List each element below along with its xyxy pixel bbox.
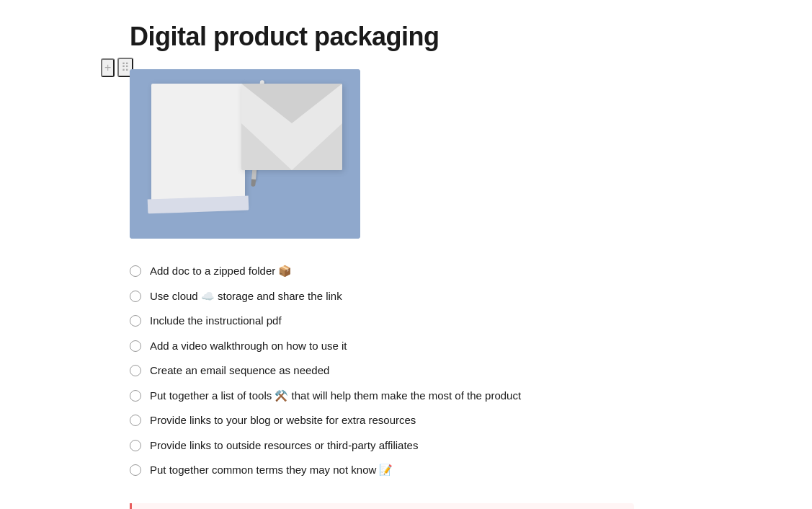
checklist-item-5: Create an email sequence as needed [130, 358, 769, 384]
checklist-item-1: Add doc to a zipped folder 📦 [130, 259, 769, 284]
page-container: Digital product packaging + ⠿ Add doc to… [0, 0, 812, 509]
checklist-item-9: Put together common terms they may not k… [130, 458, 769, 483]
callout-block: Don't forget to take feedback from custo… [130, 503, 634, 510]
checklist-label-1: Add doc to a zipped folder 📦 [150, 263, 292, 280]
checklist-item-3: Include the instructional pdf [130, 309, 769, 334]
checklist-label-9: Put together common terms they may not k… [150, 462, 393, 479]
checklist-checkbox-1[interactable] [130, 265, 141, 277]
checklist: Add doc to a zipped folder 📦 Use cloud ☁… [130, 259, 769, 483]
hero-image [130, 69, 360, 239]
checklist-checkbox-4[interactable] [130, 340, 141, 352]
checklist-checkbox-3[interactable] [130, 315, 141, 327]
block-controls: + ⠿ [101, 58, 133, 77]
hero-document [151, 84, 245, 206]
checklist-item-8: Provide links to outside resources or th… [130, 433, 769, 459]
checklist-checkbox-5[interactable] [130, 365, 141, 376]
checklist-label-5: Create an email sequence as needed [150, 363, 329, 379]
page-title: Digital product packaging [130, 22, 769, 52]
checklist-label-7: Provide links to your blog or website fo… [150, 412, 416, 429]
checklist-checkbox-8[interactable] [130, 440, 141, 451]
checklist-checkbox-6[interactable] [130, 390, 141, 402]
checklist-item-6: Put together a list of tools ⚒️ that wil… [130, 384, 769, 409]
hero-envelope [241, 84, 342, 170]
checklist-label-6: Put together a list of tools ⚒️ that wil… [150, 388, 521, 404]
checklist-label-3: Include the instructional pdf [150, 313, 282, 329]
checklist-checkbox-9[interactable] [130, 464, 141, 476]
add-block-button[interactable]: + [101, 58, 115, 77]
hero-art [130, 69, 360, 239]
checklist-item-7: Provide links to your blog or website fo… [130, 408, 769, 433]
checklist-item-4: Add a video walkthrough on how to use it [130, 334, 769, 359]
checklist-label-2: Use cloud ☁️ storage and share the link [150, 288, 342, 305]
checklist-label-8: Provide links to outside resources or th… [150, 438, 418, 454]
checklist-item-2: Use cloud ☁️ storage and share the link [130, 284, 769, 309]
checklist-label-4: Add a video walkthrough on how to use it [150, 338, 347, 355]
checklist-checkbox-7[interactable] [130, 415, 141, 426]
checklist-checkbox-2[interactable] [130, 291, 141, 302]
